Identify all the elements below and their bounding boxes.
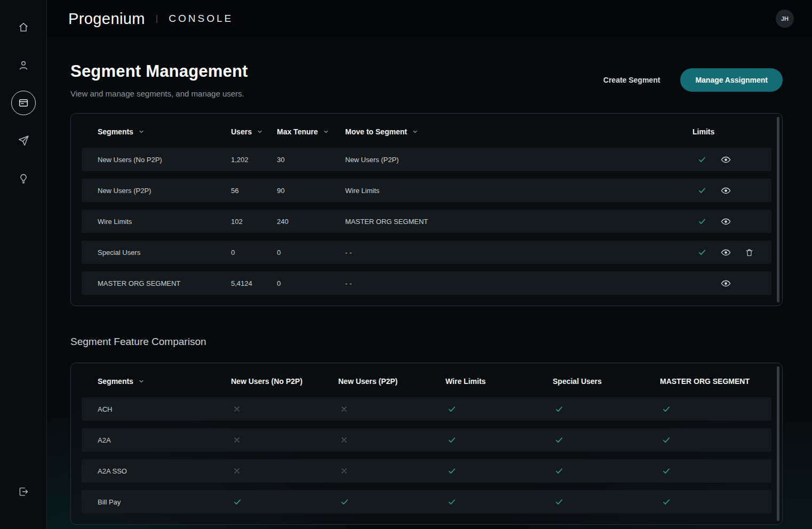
check-icon [554, 466, 564, 476]
chevron-down-icon [412, 129, 418, 135]
delete-segment-button[interactable] [744, 247, 755, 258]
check-icon [697, 186, 707, 195]
row-actions [692, 215, 767, 228]
cross-icon [233, 467, 241, 475]
column-label: Limits [692, 127, 714, 136]
feature-name: A2A SSO [98, 467, 231, 475]
check-icon [662, 497, 671, 507]
feature-enabled [445, 435, 553, 445]
check-icon [233, 497, 242, 507]
feature-name: ACH [98, 405, 231, 413]
scrollbar-thumb[interactable] [777, 117, 779, 302]
view-limits-button[interactable] [720, 154, 732, 166]
column-header-move-to-segment[interactable]: Move to Segment [345, 127, 692, 136]
feature-enabled [338, 497, 445, 507]
comparison-table: Segments New Users (No P2P) New Users (P… [70, 363, 783, 525]
column-header-max-tenure[interactable]: Max Tenure [277, 127, 345, 136]
users-count: 0 [231, 249, 277, 257]
sidebar-item-segments[interactable] [11, 91, 36, 115]
app-window: Progenium | CONSOLE JH Segment Managemen… [0, 0, 812, 529]
page-subtitle: View and manage segments, and manage use… [70, 89, 248, 98]
segments-table: Segments Users Max Tenure Move to Segmen… [70, 113, 783, 306]
column-header-segments[interactable]: Segments [98, 127, 231, 136]
table-row: New Users (No P2P)1,20230New Users (P2P) [82, 148, 771, 171]
delete-slot [739, 247, 759, 258]
check-icon [697, 155, 707, 164]
max-tenure-value: 90 [277, 187, 345, 195]
manage-assignment-button[interactable]: Manage Assignment [680, 68, 783, 92]
move-to-segment-value: Wire Limits [345, 187, 692, 195]
column-header-wire-limits: Wire Limits [445, 377, 553, 386]
column-header-limits: Limits [692, 127, 767, 136]
sidebar-item-users[interactable] [11, 53, 36, 77]
move-to-segment-value: - - [345, 279, 692, 287]
feature-enabled [660, 466, 767, 476]
topbar: Progenium | CONSOLE JH [47, 0, 812, 37]
segment-name: MASTER ORG SEGMENT [98, 279, 231, 287]
check-icon [554, 404, 564, 414]
check-icon [447, 435, 457, 445]
comparison-table-header: Segments New Users (No P2P) New Users (P… [71, 363, 782, 397]
cross-icon [340, 405, 348, 413]
segments-icon [18, 97, 29, 109]
main-area: Progenium | CONSOLE JH Segment Managemen… [47, 0, 812, 529]
column-header-segments[interactable]: Segments [98, 377, 231, 386]
users-count: 102 [231, 218, 277, 226]
brand-logo: Progenium [68, 10, 145, 28]
column-header-special-users: Special Users [553, 377, 660, 386]
sidebar-item-send[interactable] [11, 129, 36, 153]
chevron-down-icon [257, 129, 263, 135]
column-label: Segments [98, 127, 133, 136]
segments-table-header: Segments Users Max Tenure Move to Segmen… [71, 114, 782, 148]
send-icon [18, 135, 29, 147]
view-limits-button[interactable] [720, 185, 732, 197]
column-header-new-users-no-p2p: New Users (No P2P) [231, 377, 338, 386]
eye-icon [721, 278, 731, 288]
check-icon [662, 435, 671, 445]
view-limits-button[interactable] [720, 215, 732, 228]
sidebar-item-logout[interactable] [11, 479, 36, 504]
column-label: Users [231, 127, 252, 136]
feature-enabled [445, 404, 553, 414]
product-name: CONSOLE [169, 13, 233, 25]
table-row: Special Users00- - [82, 241, 771, 264]
table-row: A2A [82, 428, 771, 452]
max-tenure-value: 240 [277, 218, 345, 226]
check-icon [447, 404, 457, 414]
sidebar-item-home[interactable] [11, 15, 36, 39]
feature-enabled [660, 497, 767, 507]
home-icon [18, 21, 29, 33]
users-count: 1,202 [231, 156, 277, 164]
view-limits-button[interactable] [720, 277, 732, 290]
sidebar-item-insights[interactable] [11, 166, 36, 191]
feature-disabled [231, 436, 338, 444]
users-count: 5,4124 [231, 279, 277, 287]
row-actions [692, 185, 767, 197]
user-icon [18, 59, 29, 71]
create-segment-button[interactable]: Create Segment [603, 76, 660, 84]
page-content: Segment Management View and manage segme… [47, 37, 812, 529]
feature-enabled [445, 466, 553, 476]
scrollbar-thumb[interactable] [777, 366, 779, 521]
move-to-segment-value: New Users (P2P) [345, 156, 692, 164]
avatar[interactable]: JH [776, 10, 794, 28]
feature-enabled [660, 435, 767, 445]
check-icon [662, 466, 671, 476]
row-actions [692, 277, 767, 290]
feature-enabled [553, 435, 660, 445]
column-header-users[interactable]: Users [231, 127, 277, 136]
feature-disabled [231, 467, 338, 475]
segment-name: Wire Limits [98, 218, 231, 226]
view-slot [716, 215, 735, 228]
view-limits-button[interactable] [720, 246, 732, 259]
feature-enabled [445, 497, 553, 507]
feature-name: A2A [98, 436, 231, 444]
comparison-rows: ACHA2AA2A SSOBill Pay [71, 397, 782, 524]
logout-icon [18, 486, 29, 498]
scrollbar-track [777, 117, 779, 302]
feature-enabled [231, 497, 338, 507]
feature-enabled [553, 466, 660, 476]
chevron-down-icon [138, 129, 145, 135]
limit-status [692, 217, 712, 226]
scrollbar-track [777, 366, 779, 521]
